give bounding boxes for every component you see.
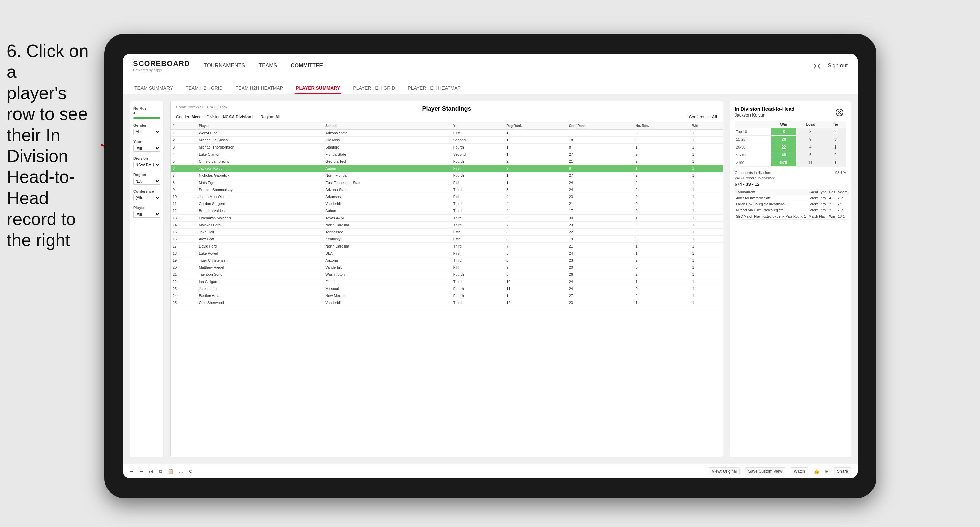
cell-reg: 4 [504,208,567,214]
standings-table[interactable]: # Player School Yr Reg Rank Conf Rank No… [170,122,722,457]
watch-btn[interactable]: Watch [791,467,808,475]
cell-yr: Fourth [451,271,504,278]
table-row[interactable]: 11 Gordon Sargent Vanderbilt Third 4 21 … [170,200,722,208]
cell-rank: 18 [170,250,196,257]
table-row[interactable]: 15 Jake Hall Tennessee Fifth 8 22 0 1 [170,229,722,236]
undo-icon[interactable]: ↩ [130,469,134,474]
region-select[interactable]: N/A [134,178,161,184]
table-row[interactable]: 4 Luke Clanton Florida State Second 1 27… [170,151,722,158]
cell-rds: 0 [633,208,690,214]
cell-reg: 7 [504,222,567,229]
table-row[interactable]: 2 Michael La Sasso Ole Miss Second 1 18 … [170,137,722,144]
tab-team-h2h-heatmap[interactable]: TEAM H2H HEATMAP [234,83,285,94]
cell-conf: 20 [567,264,633,271]
cell-win: 1 [690,186,722,193]
h2h-win-cell: 20 [772,136,796,143]
h2h-panel: In Division Head-to-Head Jackson Koivun … [730,101,851,457]
cell-rank: 13 [170,214,196,222]
tournament-tbody: Amer Ari Intercollegiate Stroke Play 4 -… [735,195,849,219]
save-custom-btn[interactable]: Save Custom View [745,467,785,475]
refresh-icon[interactable]: ↻ [189,469,193,474]
table-row[interactable]: 22 Ian Gilligan Florida Third 10 24 1 1 [170,278,722,285]
division-label-static: Division: [207,114,222,119]
table-row[interactable]: 16 Alex Goff Kentucky Fifth 8 19 0 1 [170,236,722,243]
tournament-row: Mirabel Maui Jim Intercollegiate Stroke … [735,208,849,213]
cell-rds: 0 [633,236,690,243]
cell-win: 1 [690,208,722,214]
h2h-title: In Division Head-to-Head [735,106,846,112]
table-row[interactable]: 10 Jacob Mou-Olesee Arkansas Fifth 4 23 … [170,193,722,200]
forward-icon[interactable]: ⏭ [149,469,153,474]
table-row[interactable]: 12 Brendan Valdes Auburn Third 4 17 0 1 [170,208,722,214]
cell-conf: 19 [567,236,633,243]
table-row[interactable]: 8 Mats Ege East Tennessee State Fifth 1 … [170,179,722,186]
slider-track[interactable] [134,117,161,119]
cell-yr: Third [451,243,504,250]
col-pos: Pos [828,189,837,195]
conference-select[interactable]: (All) [134,195,161,201]
copy-icon[interactable]: ⧉ [159,468,162,474]
sign-out-link[interactable]: Sign out [828,61,848,70]
share-btn[interactable]: Share [834,467,851,475]
cell-school: North Carolina [323,243,451,250]
cell-rank: 12 [170,208,196,214]
table-row[interactable]: 13 Phichaksn Maichon Texas A&M Third 6 3… [170,214,722,222]
cell-rank: 19 [170,257,196,264]
cell-yr: Fourth [451,285,504,292]
tourn-score: -17 [837,208,849,213]
cell-rank: 5 [170,158,196,165]
tab-team-summary[interactable]: TEAM SUMMARY [133,83,174,94]
cell-conf: 23 [567,257,633,264]
table-row[interactable]: 21 Taehoon Song Washington Fourth 6 26 2… [170,271,722,278]
cell-school: Texas A&M [323,214,451,222]
cell-rank: 2 [170,137,196,144]
cell-rds: 0 [633,264,690,271]
nav-teams[interactable]: TEAMS [258,61,277,70]
more-icon[interactable]: … [178,469,183,474]
division-select[interactable]: NCAA Division I [134,162,161,168]
table-row[interactable]: 9 Preston Summerhays Arizona State Third… [170,186,722,193]
cell-rds: 2 [633,151,690,158]
tourn-pos: 2 [828,202,837,208]
cell-school: Vanderbilt [323,264,451,271]
table-row[interactable]: 25 Cole Sherwood Vanderbilt Third 12 23 … [170,299,722,306]
cell-conf: 18 [567,137,633,144]
tab-player-h2h-heatmap[interactable]: PLAYER H2H HEATMAP [406,83,462,94]
table-row[interactable]: 18 Luke Powell ULA First 5 24 1 1 [170,250,722,257]
table-row[interactable]: 14 Maxwell Ford North Carolina Third 7 2… [170,222,722,229]
nav-committee[interactable]: COMMITTEE [291,61,323,70]
view-original-btn[interactable]: View: Original [709,467,740,475]
cell-yr: First [451,130,504,137]
tab-player-h2h-grid[interactable]: PLAYER H2H GRID [352,83,396,94]
table-row[interactable]: 6 Jackson Koivun Auburn First 2 8 1 1 [170,165,722,172]
thumbs-icon[interactable]: 👍 [813,469,819,474]
table-row[interactable]: 23 Jack Lundin Missouri Fourth 11 24 0 1 [170,285,722,292]
h2h-range-label: 11-25 [735,136,772,143]
table-row[interactable]: 3 Michael Thorbjornsen Stanford Fourth 1… [170,144,722,151]
player-label: Player [134,206,160,210]
table-row[interactable]: 5 Christo Lamprecht Georgia Tech Fourth … [170,158,722,165]
nav-tournaments[interactable]: TOURNAMENTS [204,61,245,70]
nav-bar: SCOREBOARD Powered by clippi TOURNAMENTS… [123,54,858,78]
table-row[interactable]: 19 Tiger Christensen Arizona Third 8 23 … [170,257,722,264]
grid-icon[interactable]: ⊞ [825,469,829,474]
h2h-range-label: Top 10 [735,128,772,136]
cell-rds: 1 [633,243,690,250]
tab-player-summary[interactable]: PLAYER SUMMARY [294,83,341,94]
table-row[interactable]: 24 Bastien Amat New Mexico Fourth 1 27 2… [170,292,722,299]
h2h-close-button[interactable]: ✕ [836,109,843,116]
cell-school: Kentucky [323,236,451,243]
table-row[interactable]: 1 Wenyi Ding Arizona State First 1 1 8 1 [170,130,722,137]
redo-icon[interactable]: ↪ [139,469,143,474]
gender-select[interactable]: Men [134,129,161,135]
table-row[interactable]: 20 Matthew Riedel Vanderbilt Fifth 9 20 … [170,264,722,271]
player-select[interactable]: (All) [134,211,161,217]
table-row[interactable]: 7 Nicholas Gabrelick North Florida Fourt… [170,172,722,179]
paste-icon[interactable]: 📋 [167,469,173,474]
standings-meta: Gender: Men Division: NCAA Division I Re… [176,114,717,119]
cell-yr: Third [451,200,504,208]
table-row[interactable]: 17 David Ford North Carolina Third 7 21 … [170,243,722,250]
cell-player: Luke Powell [196,250,323,257]
tab-team-h2h-grid[interactable]: TEAM H2H GRID [185,83,224,94]
year-select[interactable]: (All) [134,145,161,152]
